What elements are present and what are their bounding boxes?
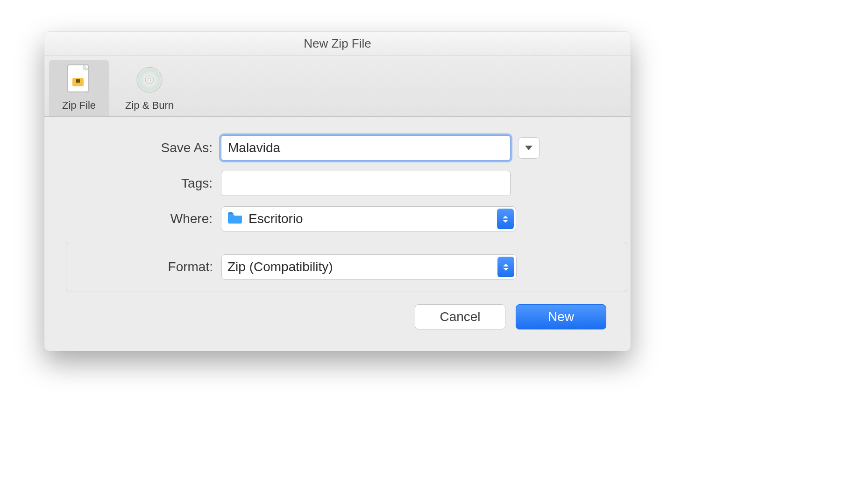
where-select[interactable]: Escritorio: [221, 206, 516, 231]
folder-icon: [227, 211, 243, 227]
cancel-button[interactable]: Cancel: [415, 304, 505, 329]
label-tags: Tags:: [58, 176, 221, 191]
dialog-buttons: Cancel New: [58, 304, 617, 342]
select-stepper-icon: [497, 257, 514, 277]
format-panel: Format: Zip (Compatibility): [66, 242, 627, 292]
format-select[interactable]: Zip (Compatibility): [221, 254, 517, 280]
label-format: Format:: [66, 259, 221, 274]
new-zip-dialog: New Zip File Zip File: [44, 32, 631, 351]
dialog-body: Save As: Tags: Where:: [44, 117, 631, 351]
save-as-input[interactable]: [221, 135, 511, 161]
toolbar-item-label: Zip & Burn: [125, 99, 174, 111]
label-save-as: Save As:: [58, 140, 221, 155]
expand-save-panel-button[interactable]: [518, 137, 539, 159]
svg-rect-3: [76, 79, 80, 81]
toolbar-item-zip-and-burn[interactable]: Zip & Burn: [113, 62, 186, 116]
toolbar-item-label: Zip File: [62, 99, 96, 111]
row-where: Where: Escritorio: [58, 206, 617, 231]
select-stepper-icon: [497, 209, 514, 229]
zip-file-icon: [51, 64, 107, 97]
dialog-toolbar: Zip File: [44, 56, 631, 117]
chevron-down-icon: [525, 146, 532, 150]
toolbar-item-zip-file[interactable]: Zip File: [49, 60, 109, 116]
where-value: Escritorio: [248, 211, 303, 226]
cancel-button-label: Cancel: [440, 309, 480, 324]
svg-point-7: [148, 78, 151, 81]
label-where: Where:: [58, 211, 221, 226]
svg-rect-4: [76, 81, 80, 83]
row-tags: Tags:: [58, 171, 617, 196]
dialog-title: New Zip File: [44, 32, 631, 56]
row-save-as: Save As:: [58, 135, 617, 161]
new-button[interactable]: New: [516, 304, 606, 329]
tags-input[interactable]: [221, 171, 511, 196]
format-value: Zip (Compatibility): [227, 259, 333, 274]
new-button-label: New: [548, 309, 574, 324]
disc-icon: [114, 66, 185, 97]
